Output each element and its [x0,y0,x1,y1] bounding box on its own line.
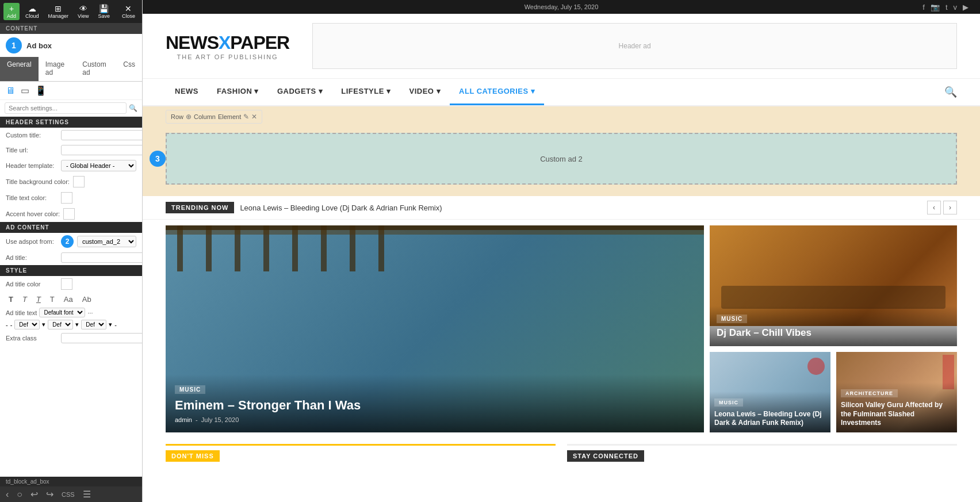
font-dash-3: - [114,321,117,328]
back-button[interactable]: ‹ [6,489,9,500]
ad-box-header: 1 Ad box [0,34,142,57]
font-family-select[interactable]: Default font [39,308,85,317]
extra-class-row: Extra class [0,331,142,346]
row-label[interactable]: Row [171,113,183,120]
nav-fashion[interactable]: FASHION ▾ [208,79,268,105]
strikethrough-button[interactable]: T [47,293,58,305]
nav-lifestyle[interactable]: LIFESTYLE ▾ [332,79,400,105]
tablet-icon[interactable]: ▭ [21,85,29,96]
element-label[interactable]: Element [218,113,241,120]
save-button[interactable]: 💾 Save [94,3,113,20]
bold-button[interactable]: T [6,293,16,305]
layout-button[interactable]: ☰ [83,489,91,500]
cloud-button[interactable]: ☁ Cloud [22,3,43,20]
redo-button[interactable]: ↪ [46,489,53,500]
tab-css[interactable]: Css [116,57,142,81]
ad-title-text-label: Ad title text [6,309,37,316]
article-main-overlay: MUSIC Eminem – Stronger Than I Was admin… [166,374,704,432]
undo-button[interactable]: ↩ [30,489,38,500]
title-bg-color-picker[interactable] [73,176,85,187]
element-bar: Row ⊕ Column Element ✎ ✕ [166,110,262,124]
panel-title: CONTENT [0,23,142,34]
nav-gadgets[interactable]: GADGETS ▾ [268,79,332,105]
tab-image-ad[interactable]: Image ad [39,57,76,81]
home-button[interactable]: ○ [17,489,22,500]
element-delete-icon[interactable]: ✕ [251,113,257,121]
website-area: NEWSXPAPER the art of publishing Header … [143,14,980,502]
ad-title-label: Ad title: [6,254,58,261]
article-small-1-category: MUSIC [714,398,743,407]
adspot-select[interactable]: custom_ad_2 [77,236,136,247]
articles-grid: MUSIC Eminem – Stronger Than I Was admin… [143,220,980,438]
logo-area: NEWSXPAPER the art of publishing [166,32,289,60]
font-alt-button[interactable]: Ab [79,293,94,305]
font-size-select-2[interactable]: Def [48,320,73,329]
custom-ad-inner: 3 Custom ad 2 [166,133,957,185]
article-small-1: MUSIC Leona Lewis – Bleeding Love (Dj Da… [710,352,830,432]
facebook-icon[interactable]: f [922,3,925,12]
nav-news[interactable]: NEWS [166,79,208,105]
article-main-title[interactable]: Eminem – Stronger Than I Was [175,397,695,414]
twitter-icon[interactable]: t [945,3,948,12]
logo-news: NEWS [166,32,219,53]
article-main-category: MUSIC [175,385,205,394]
trending-prev[interactable]: ‹ [927,201,941,214]
add-button[interactable]: + Add [3,3,20,20]
title-text-color-picker[interactable] [61,192,72,204]
manager-button[interactable]: ⊞ Manager [45,3,72,20]
nav-video[interactable]: VIDEO ▾ [400,79,450,105]
custom-title-label: Custom title: [6,132,58,139]
css-button[interactable]: CSS [62,491,75,498]
article-main-meta: admin - July 15, 2020 [175,416,695,423]
bottom-controls: ‹ ○ ↩ ↪ CSS ☰ [0,486,142,502]
article-small-1-title[interactable]: Leona Lewis – Bleeding Love (Dj Dark & A… [714,410,826,428]
font-size-select-3[interactable]: Def [81,320,106,329]
underline-button[interactable]: T [33,293,44,305]
column-label[interactable]: Column [194,113,216,120]
youtube-icon[interactable]: ▶ [963,3,968,12]
article-small-2-title[interactable]: Silicon Valley Guru Affected by the Fulm… [841,401,952,428]
badge-3: 3 [150,151,166,167]
article-side-bottom: MUSIC Leona Lewis – Bleeding Love (Dj Da… [710,352,957,432]
article-side: MUSIC Dj Dark – Chill Vibes MUSIC [710,225,957,432]
custom-title-input[interactable] [61,130,143,140]
trending-next[interactable]: › [943,201,957,214]
accent-hover-row: Accent hover color: [0,206,142,222]
title-url-input[interactable] [61,145,143,155]
article-main: MUSIC Eminem – Stronger Than I Was admin… [166,225,704,432]
ad-title-input[interactable] [61,252,143,263]
more-options-icon[interactable]: ··· [87,309,93,316]
tab-custom-ad[interactable]: Custom ad [75,57,116,81]
vimeo-icon[interactable]: v [954,3,958,12]
tab-general[interactable]: General [0,57,39,81]
element-edit-icon[interactable]: ✎ [243,113,249,121]
nav-all-categories[interactable]: ALL CATEGORIES ▾ [450,79,544,105]
social-icons: f 📷 t v ▶ [922,3,968,12]
nav-search-icon[interactable]: 🔍 [944,86,957,98]
close-button[interactable]: ✕ Close [118,3,139,20]
font-size-select-1[interactable]: Def [14,320,40,329]
date-label: Wednesday, July 15, 2020 [525,3,599,10]
article-side-top-overlay: MUSIC Dj Dark – Chill Vibes [710,306,957,346]
font-sub-row: - - Def ▾ Def ▾ Def ▾ - [0,319,142,331]
accent-hover-picker[interactable] [63,208,75,220]
header-template-select[interactable]: - Global Header - [61,160,136,171]
view-button[interactable]: 👁 View [74,3,92,20]
title-text-color-row: Title text color: [0,190,142,206]
article-side-top-title[interactable]: Dj Dark – Chill Vibes [717,327,950,339]
trending-text: Leona Lewis – Bleeding Love (Dj Dark & A… [240,204,921,212]
trending-bar: TRENDING NOW Leona Lewis – Bleeding Love… [143,196,980,220]
mobile-icon[interactable]: 📱 [35,85,47,96]
accent-hover-label: Accent hover color: [6,210,60,217]
instagram-icon[interactable]: 📷 [931,3,940,12]
row-icon[interactable]: ⊕ [186,113,192,121]
site-header: NEWSXPAPER the art of publishing Header … [143,14,980,79]
italic-button[interactable]: T [20,293,30,305]
desktop-icon[interactable]: 🖥 [6,86,15,96]
header-template-label: Header template: [6,162,58,169]
search-input[interactable] [5,102,127,114]
font-case-button[interactable]: Aa [61,293,76,305]
header-template-row: Header template: - Global Header - [0,158,142,174]
extra-class-input[interactable] [61,333,143,343]
ad-title-color-picker[interactable] [61,278,72,290]
